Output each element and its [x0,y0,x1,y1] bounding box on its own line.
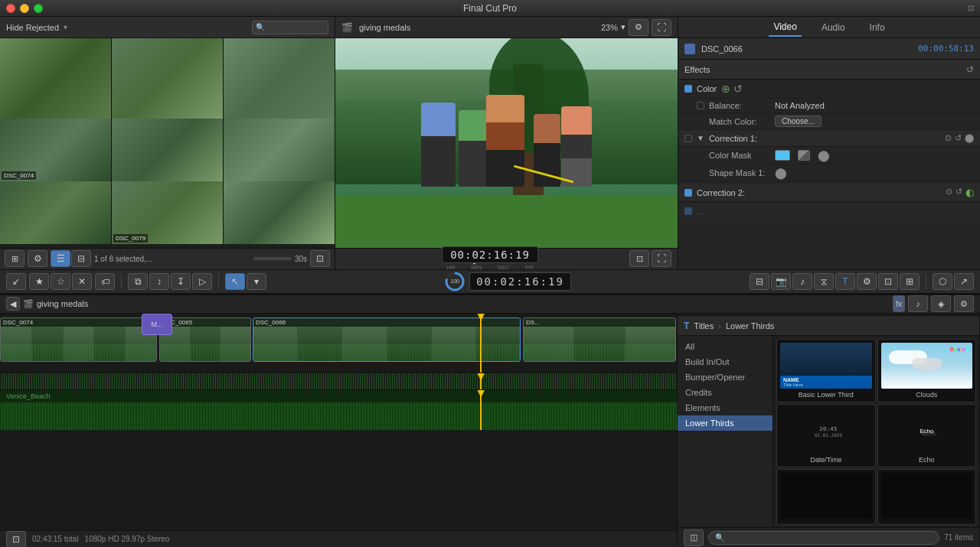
select-tool-btn[interactable]: ↖ [225,273,245,290]
browser-dropdown-icon[interactable]: ▾ [64,23,67,31]
timeline-right-tools: ⊟ 📷 ♪ ⧖ T ⚙ ⊡ ⊞ [750,273,920,290]
favorite-btn[interactable]: ★ [29,273,49,290]
clip-dsc0065[interactable]: DSC_0065 [159,317,251,362]
titles-cat-credits[interactable]: Credits [678,385,773,400]
titles-cat-lower[interactable]: Lower Thirds [678,415,773,431]
browser-view-toggle-1[interactable]: ⊞ [5,250,24,267]
browser-thumb-2[interactable] [112,38,223,119]
titles-cat-bumper[interactable]: Bumper/Opener [678,370,773,385]
append-btn[interactable]: ▷ [192,273,212,290]
color-reset-icon[interactable]: ↺ [733,83,743,95]
titles-sidebar-toggle[interactable]: ◫ [684,529,704,546]
title-item-basic-lower-third[interactable]: NAME Title Here Basic Lower Third [776,339,876,402]
browser-search-input[interactable]: 🔍 [252,21,328,34]
correction2-icon-3[interactable]: ◐ [965,187,974,198]
correction2-icon-1[interactable]: ⊙ [946,187,952,198]
minimize-button[interactable] [20,4,29,13]
captions-btn[interactable]: ⊞ [900,273,920,290]
color-mask-icon[interactable] [798,150,810,161]
browser-grid-view-btn[interactable]: ⊟ [71,250,91,267]
browser-zoom-slider[interactable] [253,257,292,260]
connect-btn[interactable]: ↕ [149,273,169,290]
titles-cat-all[interactable]: All [678,339,773,354]
viewer-right-tools: ⊡ ⛶ [629,250,678,267]
trans-btn[interactable]: ⧖ [814,273,834,290]
clouds-text: Boston [950,347,969,352]
select-dropdown-btn[interactable]: ▾ [247,273,266,290]
browser-list-view-btn[interactable]: ☰ [51,250,70,267]
titles-items-count: 71 items [944,533,973,542]
tab-info[interactable]: Info [865,19,890,36]
browser-thumb-4[interactable]: DSC_0074 [0,119,111,181]
timeline-prev-btn[interactable]: ◀ [6,297,20,311]
browser-settings-btn[interactable]: ⚙ [28,250,47,267]
titles-cat-elements[interactable]: Elements [678,400,773,415]
effects-reset-btn[interactable]: ↺ [966,64,974,75]
browser-thumb-5[interactable] [112,119,223,181]
video-scene [335,38,678,248]
browser-thumb-7[interactable] [0,181,111,244]
color-mask-extra[interactable]: ⬤ [818,149,830,161]
choose-button[interactable]: Choose... [775,116,822,127]
titles-search-input[interactable]: 🔍 [708,531,939,545]
correction1-icon-2[interactable]: ↺ [955,133,962,143]
title-clip[interactable]: M... [142,314,172,335]
correction1-icon-1[interactable]: ⊙ [945,133,952,143]
inspector-tabs: Video Audio Info [678,17,980,38]
timeline-audio-btn[interactable]: ♪ [908,295,928,312]
share-btn[interactable]: ↗ [954,273,974,290]
title-item-blank-1[interactable] [776,469,876,525]
title-item-blank-2[interactable] [877,469,977,525]
clip-ds[interactable]: DS... [523,317,676,362]
clip-dsc0074[interactable]: DSC_0074 [0,317,157,362]
viewer-fullscreen-btn-2[interactable]: ⛶ [652,250,671,267]
correction1-icon-3[interactable]: ⬤ [965,133,974,143]
status-settings-btn[interactable]: ⊡ [6,531,26,548]
viewer-tool-1[interactable]: ⊡ [629,250,649,267]
maximize-button[interactable] [34,4,43,13]
browser-thumb-8[interactable]: DSC_0079 [112,181,223,244]
color-add-icon[interactable]: ⊕ [721,83,730,95]
viewer-zoom-dropdown[interactable]: ▾ [621,22,626,32]
title-btn[interactable]: T [835,273,855,290]
gen-btn[interactable]: ⚙ [857,273,877,290]
tab-video[interactable]: Video [769,18,801,37]
shape-mask-icon[interactable]: ⬤ [775,167,787,179]
correction3-indicator [684,207,692,215]
timeline-markers-btn[interactable]: ◈ [931,295,951,312]
bg-render-btn[interactable]: ⬡ [933,273,952,290]
color-mask-swatch[interactable] [775,150,790,161]
import-to-timeline-btn[interactable]: ↙ [6,273,26,290]
viewer-settings-btn[interactable]: ⚙ [629,19,648,36]
content-area: Hide Rejected ▾ 🔍 [0,17,980,269]
reject-btn[interactable]: ✕ [72,273,92,290]
solo-btn[interactable]: ⊡ [878,273,898,290]
resize-button[interactable]: ⊡ [968,4,974,12]
titles-cat-build[interactable]: Build In/Out [678,354,773,370]
viewer-fullscreen-btn[interactable]: ⛶ [652,19,671,36]
snapshot-btn[interactable]: 📷 [771,273,791,290]
browser-thumb-6[interactable] [224,119,335,181]
trim-btn[interactable]: ⧉ [128,273,148,290]
timeline-settings-btn[interactable]: ⚙ [954,295,974,312]
title-item-echo[interactable]: Echo Echo [877,404,977,467]
timeline-fx-btn[interactable]: fx [893,295,905,312]
hr-label: HR [446,264,456,271]
browser-thumb-9[interactable] [224,181,335,244]
tag-btn[interactable]: 🏷 [95,273,115,290]
title-item-datetime[interactable]: 20:45 01.01.2025 Date/Time [776,404,876,467]
browser-thumb-1[interactable] [0,38,111,119]
insert-btn[interactable]: ↧ [171,273,191,290]
browser-thumb-3[interactable] [224,38,335,119]
close-button[interactable] [6,4,15,13]
clip-dsc0074-label: DSC_0074 [1,318,156,327]
audio-btn[interactable]: ♪ [792,273,812,290]
clip-trim-btn[interactable]: ⊟ [750,273,769,290]
browser-view-options-btn[interactable]: ⊡ [310,250,330,267]
unfavorite-btn[interactable]: ☆ [51,273,70,290]
correction1-toggle[interactable]: ▼ [697,134,704,142]
inspector-panel: Video Audio Info DSC_0066 00:00:58:13 Ef… [678,17,980,269]
tab-audio[interactable]: Audio [817,19,850,36]
title-item-clouds[interactable]: Boston Clouds [877,339,977,402]
correction2-icon-2[interactable]: ↺ [956,187,962,198]
